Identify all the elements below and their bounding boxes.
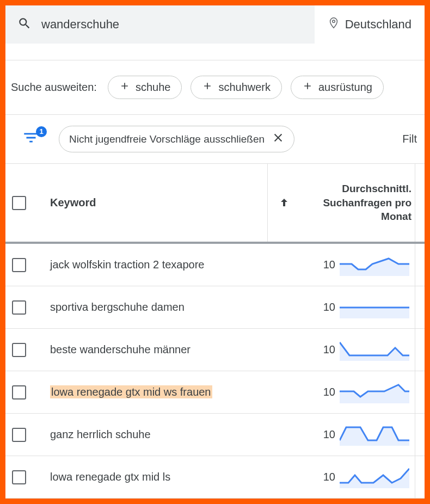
expand-search-row: Suche ausweiten: schuhe schuhwerk ausrüs… xyxy=(5,60,425,115)
keyword-cell[interactable]: beste wanderschuhe männer xyxy=(47,343,295,356)
keyword-cell[interactable]: sportiva bergschuhe damen xyxy=(47,301,295,314)
volume-cell: 10 xyxy=(295,386,340,398)
sort-asc-icon[interactable] xyxy=(268,196,300,210)
svg-marker-5 xyxy=(340,427,409,446)
volume-cell: 10 xyxy=(295,343,340,356)
row-checkbox[interactable] xyxy=(12,385,26,399)
keyword-cell[interactable]: lowa renegade gtx mid ws frauen xyxy=(47,386,295,398)
table-body: jack wolfskin traction 2 texapore10sport… xyxy=(5,244,425,499)
trend-sparkline xyxy=(340,254,409,276)
trend-sparkline xyxy=(340,339,409,361)
table-row: jack wolfskin traction 2 texapore10 xyxy=(5,244,425,286)
top-bar: Deutschland xyxy=(5,5,425,44)
expand-chip-schuhwerk[interactable]: schuhwerk xyxy=(191,76,282,99)
trend-sparkline xyxy=(340,297,409,318)
table-row: lowa renegade gtx mid ls10 xyxy=(5,456,425,499)
column-header-avg-searches[interactable]: Durchschnittl. Suchanfragen pro Monat xyxy=(300,182,415,224)
keyword-cell[interactable]: lowa renegade gtx mid ls xyxy=(47,471,295,483)
trend-sparkline xyxy=(340,424,409,446)
search-input[interactable] xyxy=(41,17,303,32)
close-icon[interactable] xyxy=(272,132,284,146)
search-box[interactable] xyxy=(5,5,315,44)
select-all-checkbox[interactable] xyxy=(12,196,26,210)
column-header-keyword[interactable]: Keyword xyxy=(50,196,96,209)
filter-icon xyxy=(22,139,40,149)
row-checkbox[interactable] xyxy=(12,428,26,442)
filter-chip-label: Nicht jugendfreie Vorschläge ausschließe… xyxy=(69,133,265,145)
keyword-cell[interactable]: ganz herrlich schuhe xyxy=(47,428,295,441)
location-pin-icon xyxy=(328,17,340,32)
expand-chip-ausruestung[interactable]: ausrüstung xyxy=(291,76,384,99)
volume-cell: 10 xyxy=(295,471,340,483)
row-checkbox[interactable] xyxy=(12,258,26,272)
trend-sparkline xyxy=(340,466,409,488)
table-row: lowa renegade gtx mid ws frauen10 xyxy=(5,371,425,414)
chip-label: schuhe xyxy=(136,81,171,94)
table-row: ganz herrlich schuhe10 xyxy=(5,414,425,456)
table-header: Keyword Durchschnittl. Suchanfragen pro … xyxy=(5,164,425,244)
svg-marker-4 xyxy=(340,385,409,403)
active-filter-chip[interactable]: Nicht jugendfreie Vorschläge ausschließe… xyxy=(59,126,294,152)
keyword-cell[interactable]: jack wolfskin traction 2 texapore xyxy=(47,259,295,271)
table-row: beste wanderschuhe männer10 xyxy=(5,329,425,371)
location-label: Deutschland xyxy=(345,17,411,32)
row-checkbox[interactable] xyxy=(12,300,26,315)
row-checkbox[interactable] xyxy=(12,343,26,357)
svg-marker-1 xyxy=(340,259,409,276)
filter-bar: 1 Nicht jugendfreie Vorschläge ausschlie… xyxy=(5,115,425,164)
search-icon xyxy=(17,16,32,33)
plus-icon xyxy=(302,81,313,94)
chip-label: ausrüstung xyxy=(318,81,372,94)
svg-marker-2 xyxy=(340,308,409,318)
row-checkbox[interactable] xyxy=(12,470,26,484)
plus-icon xyxy=(202,81,213,94)
expand-chip-schuhe[interactable]: schuhe xyxy=(108,76,182,99)
filter-overflow-text: Filt xyxy=(402,133,419,145)
chip-label: schuhwerk xyxy=(218,81,271,94)
table-row: sportiva bergschuhe damen10 xyxy=(5,286,425,329)
trend-sparkline xyxy=(340,382,409,403)
filter-button[interactable]: 1 xyxy=(22,128,44,150)
svg-point-0 xyxy=(332,20,335,23)
filter-count-badge: 1 xyxy=(36,126,47,137)
volume-cell: 10 xyxy=(295,428,340,441)
volume-cell: 10 xyxy=(295,259,340,271)
volume-cell: 10 xyxy=(295,301,340,314)
expand-label: Suche ausweiten: xyxy=(11,81,97,94)
plus-icon xyxy=(119,81,130,94)
location-selector[interactable]: Deutschland xyxy=(315,5,425,44)
